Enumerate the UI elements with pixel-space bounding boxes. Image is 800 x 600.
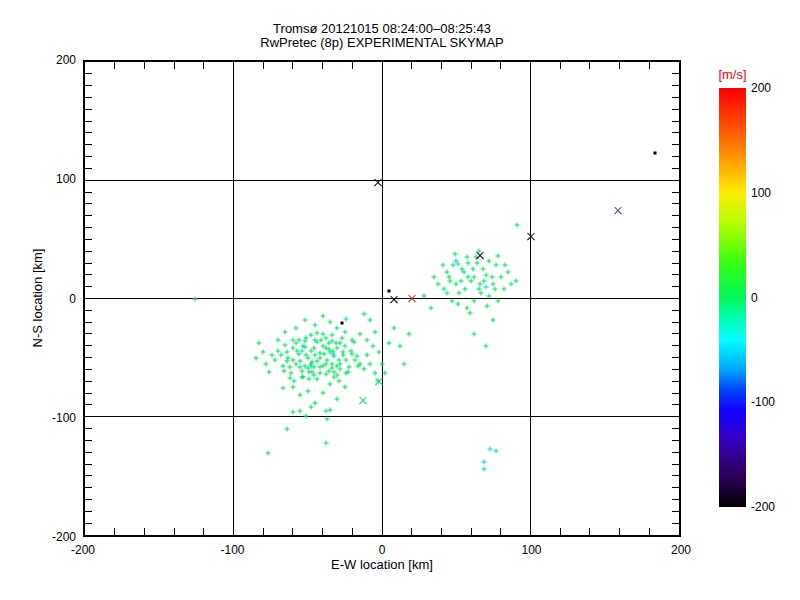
scatter-point-echo-points-green: [304, 353, 309, 358]
scatter-point-echo-points-green: [335, 346, 340, 351]
x-tick-label: 200: [671, 543, 691, 557]
minor-tick-right: [672, 168, 679, 169]
scatter-point-echo-points-green: [287, 365, 292, 370]
scatter-point-echo-points-cyan: [482, 459, 487, 464]
scatter-point-echo-points-green: [457, 290, 462, 295]
minor-tick-left: [85, 487, 92, 488]
minor-tick-left: [85, 203, 92, 204]
scatter-point-echo-points-green: [449, 298, 454, 303]
minor-tick-right: [672, 345, 679, 346]
scatter-point-echo-points-green: [253, 355, 258, 360]
scatter-point-echo-points-green: [492, 287, 497, 292]
scatter-point-echo-points-green: [365, 353, 370, 358]
minor-tick-right: [672, 499, 679, 500]
minor-tick-right: [672, 322, 679, 323]
minor-tick-right: [672, 475, 679, 476]
scatter-point-cross-markers-black: [476, 252, 484, 260]
scatter-point-echo-points-green: [464, 255, 469, 260]
minor-tick-left: [85, 156, 92, 157]
scatter-point-echo-points-green: [302, 363, 307, 368]
scatter-point-echo-points-green: [322, 352, 327, 357]
minor-tick-bottom: [471, 528, 472, 535]
minor-tick-right: [672, 97, 679, 98]
x-tick-label: -200: [71, 543, 95, 557]
minor-tick-left: [85, 393, 92, 394]
minor-tick-right: [672, 85, 679, 86]
scatter-point-echo-points-green: [313, 400, 318, 405]
minor-tick-left: [85, 357, 92, 358]
scatter-point-echo-points-green: [313, 337, 318, 342]
minor-tick-top: [649, 62, 650, 69]
minor-tick-right: [672, 452, 679, 453]
scatter-point-dot-markers-black: [340, 322, 343, 325]
scatter-point-dot-markers-black: [654, 152, 657, 155]
scatter-point-echo-points-green: [372, 370, 377, 375]
minor-tick-left: [85, 404, 92, 405]
scatter-point-dot-markers-black: [388, 290, 391, 293]
grid-line-horizontal: [85, 416, 679, 417]
scatter-point-echo-points-green: [307, 369, 312, 374]
minor-tick-right: [672, 369, 679, 370]
scatter-point-echo-points-cyan: [483, 284, 488, 289]
colorbar-tick-label: 200: [751, 81, 771, 95]
scatter-point-echo-points-cyan: [488, 446, 493, 451]
minor-tick-top: [500, 62, 501, 69]
scatter-point-echo-points-green: [328, 407, 333, 412]
minor-tick-right: [672, 333, 679, 334]
scatter-point-echo-points-cyan: [455, 262, 460, 267]
scatter-point-echo-points-green: [455, 302, 460, 307]
minor-tick-right: [672, 274, 679, 275]
scatter-point-echo-points-green: [284, 426, 289, 431]
scatter-point-echo-points-green: [463, 287, 468, 292]
minor-tick-left: [85, 239, 92, 240]
minor-tick-top: [263, 62, 264, 69]
minor-tick-left: [85, 109, 92, 110]
scatter-point-echo-points-green: [192, 296, 197, 301]
minor-tick-left: [85, 499, 92, 500]
minor-tick-right: [672, 192, 679, 193]
minor-tick-bottom: [589, 528, 590, 535]
scatter-point-echo-points-green: [338, 341, 343, 346]
minor-tick-left: [85, 475, 92, 476]
scatter-point-echo-points-green: [429, 305, 434, 310]
scatter-point-echo-points-green: [368, 317, 373, 322]
minor-tick-left: [85, 85, 92, 86]
minor-tick-top: [114, 62, 115, 69]
minor-tick-top: [589, 62, 590, 69]
scatter-point-echo-points-green: [290, 410, 295, 415]
scatter-point-echo-points-green: [290, 346, 295, 351]
scatter-point-echo-points-green: [323, 440, 328, 445]
scatter-point-echo-points-green: [323, 372, 328, 377]
scatter-point-echo-points-green: [402, 361, 407, 366]
scatter-point-echo-points-green: [460, 266, 465, 271]
scatter-point-echo-points-green: [328, 320, 333, 325]
y-tick-label: 100: [30, 172, 76, 186]
minor-tick-left: [85, 144, 92, 145]
scatter-point-echo-points-green: [357, 361, 362, 366]
minor-tick-left: [85, 168, 92, 169]
scatter-point-echo-points-green: [308, 348, 313, 353]
minor-tick-left: [85, 440, 92, 441]
scatter-point-echo-points-green: [320, 331, 325, 336]
scatter-point-echo-points-green: [341, 353, 346, 358]
scatter-point-echo-points-green: [317, 370, 322, 375]
minor-tick-right: [672, 440, 679, 441]
scatter-point-echo-points-green: [342, 329, 347, 334]
minor-tick-left: [85, 263, 92, 264]
minor-tick-top: [292, 62, 293, 69]
scatter-point-cross-markers-black: [390, 296, 398, 304]
scatter-point-echo-points-green: [296, 337, 301, 342]
scatter-point-echo-points-green: [458, 278, 463, 283]
scatter-point-echo-points-green: [342, 343, 347, 348]
scatter-point-echo-points-green: [365, 337, 370, 342]
minor-tick-left: [85, 310, 92, 311]
minor-tick-top: [471, 62, 472, 69]
minor-tick-left: [85, 121, 92, 122]
minor-tick-right: [672, 215, 679, 216]
scatter-point-echo-points-green: [279, 353, 284, 358]
scatter-point-echo-points-green: [339, 335, 344, 340]
minor-tick-left: [85, 73, 92, 74]
minor-tick-right: [672, 393, 679, 394]
minor-tick-right: [672, 121, 679, 122]
minor-tick-right: [672, 357, 679, 358]
